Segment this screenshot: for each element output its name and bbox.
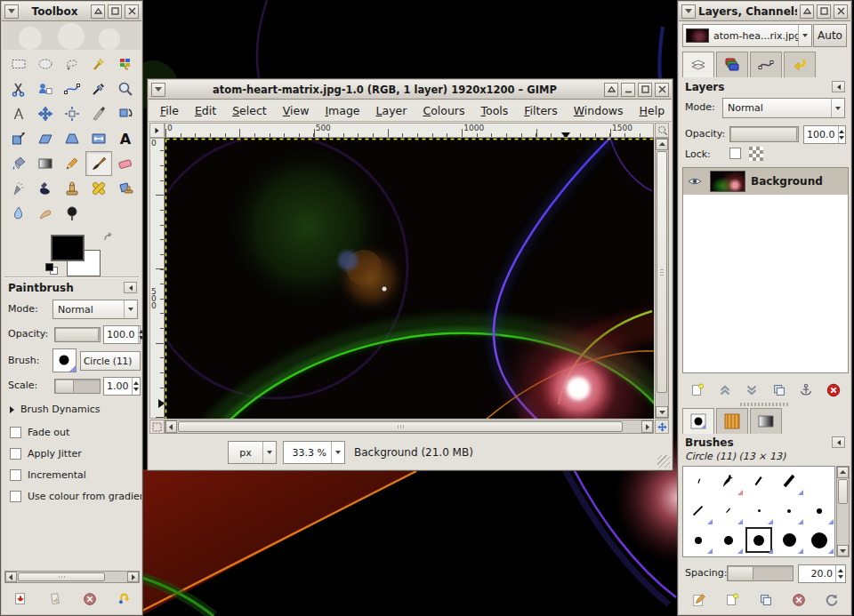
brush-cell[interactable] (744, 496, 774, 525)
gradient-tool-icon[interactable] (32, 151, 59, 176)
scroll-right-icon[interactable] (127, 572, 139, 582)
spinner-arrows-icon[interactable] (132, 378, 141, 395)
quick-mask-toggle[interactable] (149, 420, 165, 434)
brush-cell[interactable] (774, 467, 804, 496)
brush-cell[interactable] (683, 555, 713, 557)
brush-cell[interactable] (713, 525, 744, 555)
paint-mode-select[interactable]: Normal (52, 300, 138, 319)
menu-layer[interactable]: Layer (368, 101, 415, 120)
zoom-follow-window-icon[interactable] (655, 123, 669, 138)
shear-tool-icon[interactable] (32, 126, 59, 151)
new-layer-button[interactable] (689, 382, 705, 398)
free-select-tool-icon[interactable] (59, 52, 85, 76)
paths-tool-icon[interactable] (59, 76, 85, 101)
edit-brush-button[interactable] (691, 592, 707, 608)
ink-tool-icon[interactable] (32, 176, 59, 201)
color-picker-tool-icon[interactable] (85, 76, 112, 101)
scale-slider[interactable] (54, 379, 101, 394)
airbrush-tool-icon[interactable] (5, 176, 32, 201)
checkbox-row-fade-out[interactable]: Fade out (10, 427, 141, 438)
menu-colours[interactable]: Colours (415, 101, 472, 120)
menu-edit[interactable]: Edit (187, 101, 224, 120)
scroll-right-icon[interactable] (641, 420, 653, 433)
scrollbar-thumb[interactable] (838, 479, 848, 504)
spinner-arrows-icon[interactable] (138, 326, 144, 343)
brush-cell[interactable] (713, 555, 744, 557)
blur-sharpen-tool-icon[interactable] (5, 201, 32, 226)
ruler-corner-menu-button[interactable] (149, 123, 165, 138)
brush-cell[interactable] (774, 525, 804, 555)
brush-dynamics-expander[interactable]: Brush Dynamics (10, 404, 100, 415)
collapse-panel-button[interactable] (832, 436, 845, 448)
rect-select-tool-icon[interactable] (5, 52, 32, 76)
horizontal-ruler[interactable]: 050010001500 (165, 123, 654, 138)
scissors-select-tool-icon[interactable] (5, 76, 32, 101)
toolbox-titlebar[interactable]: Toolbox (2, 2, 141, 21)
perspective-clone-tool-icon[interactable] (112, 176, 139, 201)
move-tool-icon[interactable] (32, 101, 59, 126)
ellipse-select-tool-icon[interactable] (32, 52, 59, 76)
delete-brush-button[interactable] (791, 592, 807, 608)
checkbox-row-apply-jitter[interactable]: Apply Jitter (10, 448, 141, 460)
scroll-up-icon[interactable] (656, 139, 668, 150)
dock-splitter-handle[interactable] (740, 403, 789, 406)
scroll-left-icon[interactable] (165, 420, 177, 433)
lock-alpha-checkbox[interactable] (729, 148, 741, 159)
menu-file[interactable]: File (152, 101, 187, 120)
zoom-tool-icon[interactable] (112, 76, 139, 101)
menu-filters[interactable]: Filters (516, 101, 565, 120)
scrollbar-thumb[interactable] (18, 572, 105, 581)
pan-navigation-icon[interactable] (655, 420, 669, 434)
restore-options-icon[interactable] (47, 591, 63, 607)
vertical-scrollbar[interactable] (655, 138, 669, 419)
rotate-tool-icon[interactable] (112, 101, 139, 126)
fuzzy-select-tool-icon[interactable] (85, 52, 112, 76)
duplicate-layer-button[interactable] (771, 382, 787, 398)
layer-mode-select[interactable]: Normal (722, 98, 845, 118)
brush-cell[interactable] (683, 525, 713, 555)
dock-titlebar[interactable]: Layers, Channels (679, 2, 850, 21)
scale-spinner[interactable]: 1.00 (103, 377, 141, 396)
select-by-color-tool-icon[interactable] (112, 52, 139, 76)
layer-name[interactable]: Background (751, 175, 823, 188)
collapse-panel-button[interactable] (832, 81, 845, 92)
canvas[interactable] (165, 138, 654, 419)
shade-button[interactable] (91, 4, 105, 19)
heal-tool-icon[interactable] (85, 176, 112, 201)
window-menu-icon[interactable] (151, 83, 165, 97)
swap-colors-icon[interactable] (102, 231, 117, 245)
flip-tool-icon[interactable] (85, 126, 112, 151)
pencil-tool-icon[interactable] (59, 151, 85, 176)
text-tool-icon[interactable]: A (112, 126, 139, 151)
align-tool-icon[interactable] (59, 101, 85, 126)
checkbox-row-incremental[interactable]: Incremental (10, 469, 141, 481)
close-button[interactable] (655, 83, 669, 97)
layer-visibility-eye-icon[interactable] (685, 176, 705, 187)
scroll-down-icon[interactable] (656, 406, 668, 418)
eraser-tool-icon[interactable] (112, 151, 139, 176)
scale-tool-icon[interactable] (5, 126, 32, 151)
menu-view[interactable]: View (275, 101, 318, 120)
paintbrush-tool-icon[interactable] (85, 151, 112, 176)
reset-options-icon[interactable] (117, 591, 133, 607)
checkbox[interactable] (10, 427, 21, 438)
menu-windows[interactable]: Windows (566, 101, 632, 120)
scroll-left-icon[interactable] (5, 572, 17, 582)
perspective-tool-icon[interactable] (59, 126, 85, 151)
scrollbar-thumb[interactable] (657, 151, 667, 393)
maximize-button[interactable] (108, 4, 122, 19)
alpha-checkerboard-icon[interactable] (749, 147, 763, 161)
save-options-icon[interactable] (12, 591, 28, 607)
brush-cell[interactable] (683, 496, 713, 525)
auto-button[interactable]: Auto (813, 24, 847, 47)
layer-opacity-slider[interactable] (729, 126, 799, 142)
checkbox[interactable] (10, 491, 21, 502)
minimize-button[interactable] (621, 83, 635, 97)
maximize-button[interactable] (638, 83, 652, 97)
crop-tool-icon[interactable] (85, 101, 112, 126)
spinner-arrows-icon[interactable] (838, 126, 846, 143)
collapse-panel-button[interactable] (124, 282, 137, 293)
layer-thumbnail[interactable] (710, 171, 745, 192)
maximize-button[interactable] (817, 4, 831, 19)
opacity-spinner[interactable]: 100.0 (103, 325, 141, 344)
